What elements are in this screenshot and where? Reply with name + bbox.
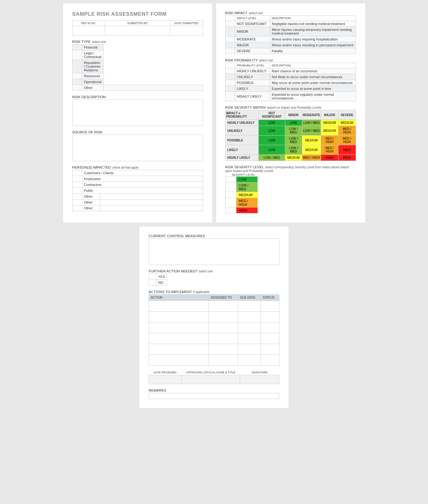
so-sig-input[interactable] — [240, 375, 279, 384]
remarks-input[interactable] — [149, 393, 279, 399]
persons-check[interactable] — [72, 205, 82, 211]
prob-check[interactable] — [225, 68, 235, 74]
assigned-cell[interactable] — [209, 312, 238, 322]
prob-check[interactable] — [225, 80, 235, 86]
status-cell[interactable] — [261, 322, 279, 333]
prob-check[interactable] — [225, 92, 235, 101]
sev-check[interactable] — [225, 198, 236, 208]
persons-check[interactable] — [72, 188, 82, 194]
impact-check[interactable] — [225, 42, 235, 48]
input-refid[interactable] — [72, 26, 105, 36]
sev-check[interactable] — [225, 177, 236, 183]
action-cell[interactable] — [149, 322, 209, 333]
prob-check[interactable] — [225, 86, 235, 92]
status-cell[interactable] — [261, 355, 279, 366]
prob-desc: Rare chance of an occurrence — [270, 68, 356, 74]
persons-other-input[interactable] — [100, 200, 203, 205]
assigned-cell[interactable] — [209, 301, 238, 312]
action-cell[interactable] — [149, 333, 209, 344]
matrix-cell: MEDIUM — [338, 120, 356, 126]
persons-check[interactable] — [72, 182, 82, 188]
remarks-title: REMARKS — [149, 388, 166, 392]
further-no-check[interactable] — [149, 280, 156, 286]
assigned-cell[interactable] — [209, 344, 238, 355]
sev-title: RISK SEVERITY LEVEL — [225, 165, 264, 169]
status-cell[interactable] — [261, 344, 279, 355]
action-cell[interactable] — [149, 301, 209, 312]
matrix-cell: LOW / MED — [258, 155, 285, 161]
duedate-cell[interactable] — [238, 312, 261, 322]
controls-input[interactable] — [149, 239, 279, 265]
persons-check[interactable] — [72, 176, 82, 182]
prob-desc: Expected to occur regularly under normal… — [270, 92, 356, 101]
riskdesc-input[interactable] — [72, 100, 203, 126]
duedate-cell[interactable] — [238, 355, 261, 366]
status-cell[interactable] — [261, 301, 279, 312]
prob-level: LIKELY — [235, 86, 270, 92]
assigned-cell[interactable] — [209, 355, 238, 366]
status-cell[interactable] — [261, 333, 279, 344]
impact-desc: Minor injuries causing temporary impairm… — [270, 27, 356, 36]
risktype-check[interactable] — [72, 79, 82, 85]
duedate-cell[interactable] — [238, 344, 261, 355]
risktype-check[interactable] — [72, 44, 82, 50]
sev-check[interactable] — [225, 183, 236, 192]
input-submittedby[interactable] — [105, 26, 170, 36]
input-datesubmitted[interactable] — [170, 26, 203, 36]
risktype-check[interactable] — [72, 85, 82, 91]
so-sig: SIGNATURE — [252, 371, 268, 374]
sev-check[interactable] — [225, 192, 236, 198]
persons-other-input[interactable] — [100, 194, 203, 200]
sev-check[interactable] — [225, 208, 236, 213]
prob-check[interactable] — [225, 74, 235, 80]
matrix-cell: LOW / MED — [285, 136, 302, 145]
sev-item: HIGH — [236, 208, 257, 213]
duedate-cell[interactable] — [238, 301, 261, 312]
so-date-input[interactable] — [149, 375, 182, 384]
risktype-check[interactable] — [72, 50, 82, 60]
risktype-other-input[interactable] — [104, 85, 203, 91]
matrix-rowhead: LIKELY — [225, 145, 258, 155]
persons-item: Employees — [82, 176, 203, 182]
persons-other-input[interactable] — [100, 205, 203, 211]
duedate-cell[interactable] — [238, 333, 261, 344]
matrix-cell: LOW / MED — [302, 126, 321, 136]
further-table: YES NO — [149, 274, 167, 286]
persons-check[interactable] — [72, 200, 82, 205]
further-yes: YES — [156, 274, 167, 280]
status-cell[interactable] — [261, 312, 279, 322]
impact-check[interactable] — [225, 48, 235, 54]
actions-table: ACTIONASSIGNED TODUE DATESTATUS — [149, 294, 279, 366]
action-cell[interactable] — [149, 312, 209, 322]
action-cell[interactable] — [149, 355, 209, 366]
risktype-item: Legal / Contractual — [82, 50, 104, 60]
source-input[interactable] — [72, 135, 203, 161]
assigned-cell[interactable] — [209, 333, 238, 344]
so-approver-input[interactable] — [181, 375, 240, 384]
further-yes-check[interactable] — [149, 274, 156, 280]
assigned-cell[interactable] — [209, 322, 238, 333]
duedate-cell[interactable] — [238, 322, 261, 333]
matrix-cell: MEDIUM — [302, 136, 321, 145]
impact-check[interactable] — [225, 21, 235, 27]
matrix-cell: HIGH — [338, 145, 356, 155]
source-title: SOURCE OF RISK — [72, 130, 103, 134]
riskdesc-title: RISK DESCRIPTION — [72, 95, 106, 99]
persons-check[interactable] — [72, 194, 82, 200]
sev-head: SEVERITY LEVEL — [232, 173, 356, 176]
impact-title: RISK IMPACT — [225, 11, 248, 15]
risktype-check[interactable] — [72, 73, 82, 79]
action-cell[interactable] — [149, 344, 209, 355]
controls-title: CURRENT CONTROL MEASURES — [149, 234, 205, 238]
matrix-cell: HIGH — [321, 155, 338, 161]
impact-check[interactable] — [225, 36, 235, 42]
risktype-check[interactable] — [72, 60, 82, 73]
impact-desc: Illness and/or injury resulting in perma… — [270, 42, 356, 48]
impact-check[interactable] — [225, 27, 235, 36]
matrix-cell: MEDIUM — [302, 145, 321, 155]
matrix-cell: MEDIUM — [285, 155, 302, 161]
so-approver: APPROVING OFFICIAL NAME & TITLE — [186, 371, 235, 374]
impact-desc: Negligible injuries not needing medical … — [270, 21, 356, 27]
sev-item: MED / HIGH — [236, 198, 257, 208]
persons-check[interactable] — [72, 170, 82, 176]
